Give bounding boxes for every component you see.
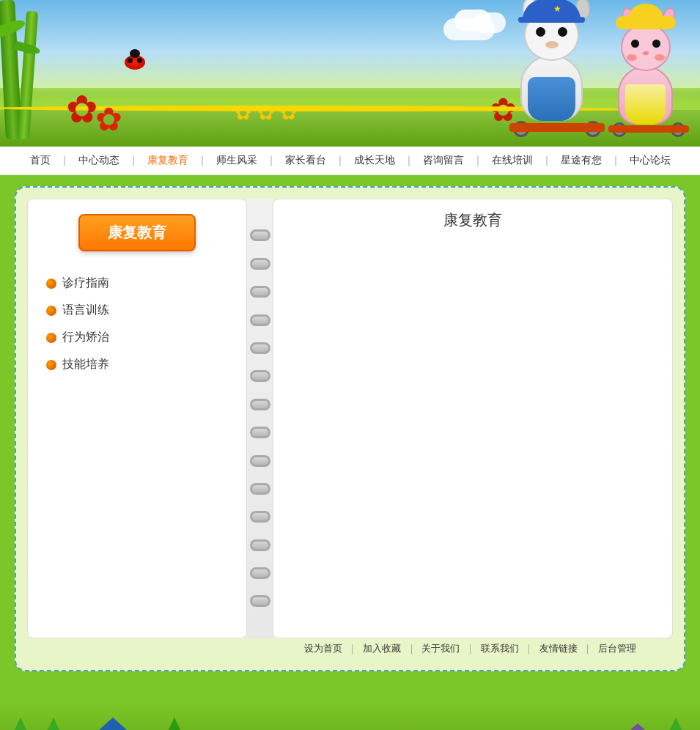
ladybug [125, 55, 145, 70]
nav-item-forum[interactable]: 中心论坛 [621, 152, 679, 169]
nav-sep-8: ｜ [611, 154, 621, 167]
spiral-ring-6 [250, 399, 270, 410]
content-panel: 康复教育 [273, 199, 673, 638]
header-banner: ✿ ✿ ✿ ✿ ✿ ✿ [0, 0, 700, 147]
menu-item-language[interactable]: 语言训练 [43, 297, 232, 324]
content-title: 康复教育 [288, 210, 657, 237]
spiral-ring-13 [250, 595, 270, 607]
spiral-ring-11 [250, 539, 270, 551]
nav-sep-6: ｜ [473, 154, 483, 167]
spiral-ring-1 [250, 258, 270, 270]
menu-dot-2 [46, 306, 56, 316]
footer-link-about[interactable]: 关于我们 [421, 643, 460, 654]
nav-item-teachers[interactable]: 师生风采 [207, 152, 266, 169]
yellow-flowers: ✿ ✿ ✿ [235, 100, 297, 125]
nav-item-consult[interactable]: 咨询留言 [414, 152, 473, 169]
bamboo-right [18, 11, 38, 140]
cloud [443, 11, 517, 40]
menu-item-skills[interactable]: 技能培养 [43, 351, 232, 378]
menu-dot-3 [46, 333, 56, 343]
spiral-ring-12 [250, 567, 270, 579]
nav-sep-1: ｜ [128, 154, 139, 167]
red-flowers-left: ✿ [66, 90, 98, 128]
tree-3 [161, 718, 188, 730]
menu-label-diagnosis: 诊疗指南 [62, 276, 109, 291]
nav-item-training[interactable]: 在线培训 [483, 152, 542, 169]
footer-link-sethome[interactable]: 设为首页 [304, 643, 342, 654]
nav-item-news[interactable]: 中心动态 [70, 152, 128, 169]
nav-sep-5: ｜ [404, 154, 414, 167]
category-header: 康复教育 [78, 214, 196, 251]
nav-sep-2: ｜ [197, 154, 207, 167]
footer-link-admin[interactable]: 后台管理 [598, 643, 636, 654]
notebook-spiral [247, 199, 273, 638]
content-inner: 康复教育 诊疗指南 语言训练 行为矫治 [27, 199, 673, 638]
nav-sep-0: ｜ [59, 154, 70, 167]
menu-label-behavior: 行为矫治 [62, 330, 109, 345]
spiral-ring-9 [250, 483, 270, 495]
spiral-ring-2 [250, 286, 270, 298]
footer-link-contact[interactable]: 联系我们 [481, 643, 519, 654]
sidebar: 康复教育 诊疗指南 语言训练 行为矫治 [27, 199, 247, 638]
bunny-character [612, 37, 685, 143]
bottom-strip: 昵享网 www.nipic.cn ID:3033998 NO:201003021… [0, 703, 700, 730]
navbar-inner: 首页 ｜ 中心动态 ｜ 康复教育 ｜ 师生风采 ｜ 家长看台 ｜ 成长天地 ｜ … [21, 152, 679, 169]
nav-item-rehab[interactable]: 康复教育 [139, 152, 197, 169]
nav-item-star[interactable]: 星途有您 [552, 152, 611, 169]
nav-sep-4: ｜ [335, 154, 345, 167]
spiral-ring-8 [250, 455, 270, 467]
spiral-ring-4 [250, 342, 270, 354]
footer-link-bookmark[interactable]: 加入收藏 [363, 643, 401, 654]
menu-dot-1 [46, 279, 56, 289]
nav-item-home[interactable]: 首页 [21, 152, 59, 169]
footer-links: 设为首页 ｜ 加入收藏 ｜ 关于我们 ｜ 联系我们 ｜ 友情链接 ｜ 后台管理 [42, 638, 658, 659]
tree-1 [7, 718, 34, 730]
menu-label-language: 语言训练 [62, 303, 109, 318]
cartoon-characters: ★ [509, 22, 685, 143]
dog-character: ★ [509, 22, 605, 143]
tree-4 [663, 718, 689, 730]
menu-list: 诊疗指南 语言训练 行为矫治 技能培养 [28, 262, 246, 386]
menu-label-skills: 技能培养 [62, 357, 109, 372]
spiral-ring-10 [250, 511, 270, 523]
spiral-ring-7 [250, 427, 270, 438]
footer-link-friends[interactable]: 友情链接 [539, 643, 578, 654]
spiral-ring-3 [250, 314, 270, 326]
red-flowers-left2: ✿ [95, 103, 122, 136]
spiral-ring-5 [250, 370, 270, 382]
house-right [589, 723, 656, 730]
spiral-ring-0 [250, 229, 270, 241]
nav-sep-7: ｜ [542, 154, 552, 167]
nav-item-growth[interactable]: 成长天地 [345, 152, 404, 169]
menu-dot-4 [46, 360, 56, 370]
menu-item-diagnosis[interactable]: 诊疗指南 [43, 270, 232, 297]
house-left [59, 718, 133, 730]
main-content: 康复教育 诊疗指南 语言训练 行为矫治 [0, 175, 700, 703]
menu-item-behavior[interactable]: 行为矫治 [43, 324, 232, 351]
nav-sep-3: ｜ [266, 154, 276, 167]
navbar: 首页 ｜ 中心动态 ｜ 康复教育 ｜ 师生风采 ｜ 家长看台 ｜ 成长天地 ｜ … [0, 147, 700, 175]
nav-item-parents[interactable]: 家长看台 [276, 152, 335, 169]
content-box: 康复教育 诊疗指南 语言训练 行为矫治 [15, 186, 685, 671]
